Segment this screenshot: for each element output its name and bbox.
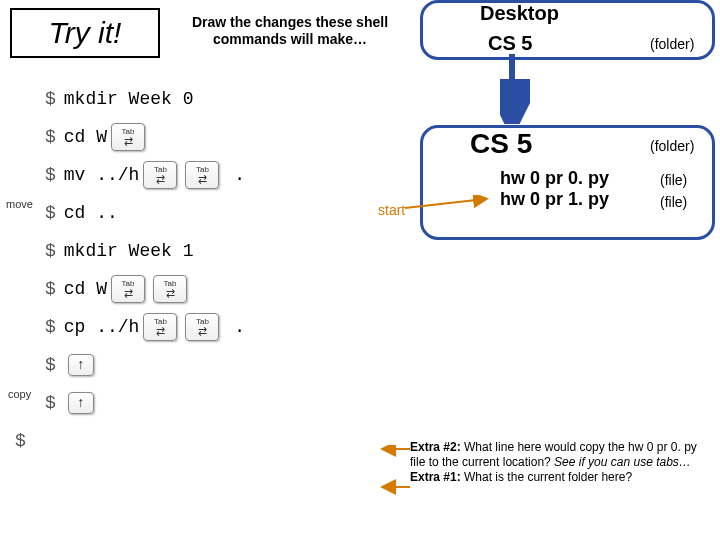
cmd-row: $ cd W Tab ⇄ Tab ⇄ (45, 270, 245, 308)
cmd-row: $ mv ../h Tab ⇄ Tab ⇄ . (45, 156, 245, 194)
cmd-text: mv ../h (64, 166, 140, 184)
folder-tag: (folder) (650, 36, 694, 52)
cs5-label-top: CS 5 (488, 32, 532, 55)
extras-block: Extra #2: What line here would copy the … (410, 440, 710, 485)
file-list: hw 0 pr 0. py hw 0 pr 1. py (500, 168, 609, 210)
prompt: $ (45, 356, 56, 374)
tab-key-icon: Tab ⇄ (111, 275, 145, 303)
tab-key-icon: Tab ⇄ (185, 313, 219, 341)
cmd-text: cd .. (64, 204, 118, 222)
start-arrow-icon (405, 195, 495, 215)
move-label: move (6, 198, 33, 210)
extra-arrow-icon (380, 445, 414, 495)
cmd-row: $ ↑ (45, 384, 245, 422)
cs5-label-main: CS 5 (470, 128, 532, 160)
file-tag: (file) (660, 172, 687, 188)
cmd-text: cd W (64, 280, 107, 298)
arrow-down-icon (500, 54, 530, 124)
extra-2: Extra #2: What line here would copy the … (410, 440, 710, 470)
cmd-text: mkdir Week 1 (64, 242, 194, 260)
file-name: hw 0 pr 1. py (500, 189, 609, 210)
prompt: $ (15, 432, 26, 450)
folder-tag: (folder) (650, 138, 694, 154)
up-key-icon: ↑ (68, 392, 94, 414)
cmd-row: $ cd W Tab ⇄ (45, 118, 245, 156)
tab-key-icon: Tab ⇄ (153, 275, 187, 303)
cmd-row: $ cd .. (45, 194, 245, 232)
file-tag: (file) (660, 194, 687, 210)
svg-line-1 (405, 199, 485, 208)
prompt: $ (45, 204, 56, 222)
cmd-text: cd W (64, 128, 107, 146)
cmd-row: $ mkdir Week 1 (45, 232, 245, 270)
copy-label: copy (8, 388, 31, 400)
cmd-row: $ (15, 422, 245, 460)
tab-key-icon: Tab ⇄ (143, 313, 177, 341)
prompt: $ (45, 280, 56, 298)
desktop-label: Desktop (480, 2, 559, 25)
cmd-text: . (223, 318, 245, 336)
prompt: $ (45, 90, 56, 108)
up-key-icon: ↑ (68, 354, 94, 376)
start-label: start (378, 202, 405, 218)
tab-key-icon: Tab ⇄ (111, 123, 145, 151)
cmd-row: $ ↑ (45, 346, 245, 384)
command-list: $ mkdir Week 0 $ cd W Tab ⇄ $ mv ../h Ta… (45, 80, 245, 460)
cmd-row: $ mkdir Week 0 (45, 80, 245, 118)
cmd-text: cp ../h (64, 318, 140, 336)
extra-1: Extra #1: What is the current folder her… (410, 470, 710, 485)
tab-key-icon: Tab ⇄ (185, 161, 219, 189)
try-it-label: Try it! (49, 16, 122, 50)
tab-key-icon: Tab ⇄ (143, 161, 177, 189)
prompt: $ (45, 128, 56, 146)
cmd-text: mkdir Week 0 (64, 90, 194, 108)
prompt: $ (45, 242, 56, 260)
try-it-box: Try it! (10, 8, 160, 58)
file-name: hw 0 pr 0. py (500, 168, 609, 189)
cmd-text: . (223, 166, 245, 184)
prompt: $ (45, 394, 56, 412)
instructions-text: Draw the changes these shell commands wi… (175, 14, 405, 48)
prompt: $ (45, 166, 56, 184)
prompt: $ (45, 318, 56, 336)
cmd-row: $ cp ../h Tab ⇄ Tab ⇄ . (45, 308, 245, 346)
